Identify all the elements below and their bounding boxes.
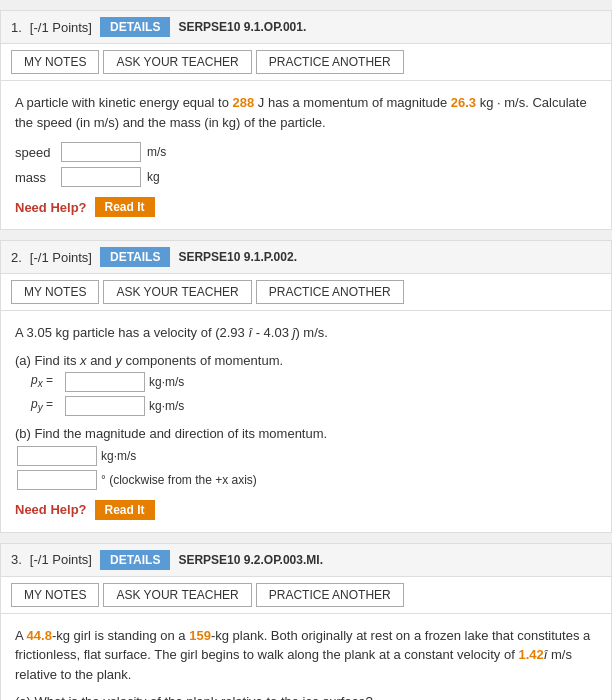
problem-2-ask-teacher-button[interactable]: ASK YOUR TEACHER bbox=[103, 280, 251, 304]
problem-1-practice-another-button[interactable]: PRACTICE ANOTHER bbox=[256, 50, 404, 74]
problem-2-part-b-label: (b) Find the magnitude and direction of … bbox=[15, 426, 597, 441]
problem-3-details-button[interactable]: DETAILS bbox=[100, 550, 170, 570]
problem-2-angle-unit: ° (clockwise from the +x axis) bbox=[101, 473, 257, 487]
problem-1-code: SERPSE10 9.1.OP.001. bbox=[178, 20, 306, 34]
problem-1-details-button[interactable]: DETAILS bbox=[100, 17, 170, 37]
problem-2-angle-input[interactable] bbox=[17, 470, 97, 490]
problem-1: 1. [-/1 Points] DETAILS SERPSE10 9.1.OP.… bbox=[0, 10, 612, 230]
problem-2-description: A 3.05 kg particle has a velocity of (2.… bbox=[15, 323, 597, 343]
problem-2-practice-another-button[interactable]: PRACTICE ANOTHER bbox=[256, 280, 404, 304]
problem-2-magnitude-input[interactable] bbox=[17, 446, 97, 466]
problem-3-description: A 44.8-kg girl is standing on a 159-kg p… bbox=[15, 626, 597, 685]
problem-3-header: 3. [-/1 Points] DETAILS SERPSE10 9.2.OP.… bbox=[1, 544, 611, 577]
problem-1-mass-unit: kg bbox=[147, 170, 160, 184]
problem-3-number: 3. bbox=[11, 552, 22, 567]
problem-3-part-a-label: (a) What is the velocity of the plank re… bbox=[15, 694, 597, 700]
problem-2-need-help-text: Need Help? bbox=[15, 502, 87, 517]
problem-1-content: A particle with kinetic energy equal to … bbox=[1, 81, 611, 229]
problem-1-description: A particle with kinetic energy equal to … bbox=[15, 93, 597, 132]
problem-2-px-unit: kg·m/s bbox=[149, 375, 184, 389]
problem-2-px-label: px = bbox=[31, 373, 61, 389]
problem-2-part-b: (b) Find the magnitude and direction of … bbox=[15, 426, 597, 490]
problem-2: 2. [-/1 Points] DETAILS SERPSE10 9.1.P.0… bbox=[0, 240, 612, 533]
problem-1-mass-input[interactable] bbox=[61, 167, 141, 187]
problem-1-read-it-button[interactable]: Read It bbox=[95, 197, 155, 217]
problem-2-magnitude-row: kg·m/s bbox=[15, 446, 597, 466]
problem-2-py-row: py = kg·m/s bbox=[15, 396, 597, 416]
problem-3: 3. [-/1 Points] DETAILS SERPSE10 9.2.OP.… bbox=[0, 543, 612, 701]
problem-2-magnitude-unit: kg·m/s bbox=[101, 449, 136, 463]
problem-1-mass-label: mass bbox=[15, 170, 55, 185]
problem-2-px-row: px = kg·m/s bbox=[15, 372, 597, 392]
problems-container: 1. [-/1 Points] DETAILS SERPSE10 9.1.OP.… bbox=[0, 0, 612, 700]
problem-3-value-2: 159 bbox=[189, 628, 211, 643]
problem-2-need-help-row: Need Help? Read It bbox=[15, 500, 597, 520]
problem-2-header: 2. [-/1 Points] DETAILS SERPSE10 9.1.P.0… bbox=[1, 241, 611, 274]
problem-1-value-2: 26.3 bbox=[451, 95, 476, 110]
problem-1-speed-label: speed bbox=[15, 145, 55, 160]
problem-1-speed-unit: m/s bbox=[147, 145, 166, 159]
problem-1-speed-row: speed m/s bbox=[15, 142, 597, 162]
problem-2-read-it-button[interactable]: Read It bbox=[95, 500, 155, 520]
problem-1-my-notes-button[interactable]: MY NOTES bbox=[11, 50, 99, 74]
problem-3-value-3: 1.42 bbox=[518, 647, 543, 662]
problem-1-ask-teacher-button[interactable]: ASK YOUR TEACHER bbox=[103, 50, 251, 74]
problem-1-need-help-text: Need Help? bbox=[15, 200, 87, 215]
problem-2-py-input[interactable] bbox=[65, 396, 145, 416]
problem-2-my-notes-button[interactable]: MY NOTES bbox=[11, 280, 99, 304]
problem-2-details-button[interactable]: DETAILS bbox=[100, 247, 170, 267]
problem-3-practice-another-button[interactable]: PRACTICE ANOTHER bbox=[256, 583, 404, 607]
problem-2-number: 2. bbox=[11, 250, 22, 265]
problem-1-need-help-row: Need Help? Read It bbox=[15, 197, 597, 217]
problem-3-code: SERPSE10 9.2.OP.003.MI. bbox=[178, 553, 323, 567]
problem-3-my-notes-button[interactable]: MY NOTES bbox=[11, 583, 99, 607]
problem-1-number: 1. bbox=[11, 20, 22, 35]
problem-3-content: A 44.8-kg girl is standing on a 159-kg p… bbox=[1, 614, 611, 701]
problem-3-value-1: 44.8 bbox=[27, 628, 52, 643]
problem-2-action-bar: MY NOTES ASK YOUR TEACHER PRACTICE ANOTH… bbox=[1, 274, 611, 311]
problem-3-action-bar: MY NOTES ASK YOUR TEACHER PRACTICE ANOTH… bbox=[1, 577, 611, 614]
problem-1-value-1: 288 bbox=[233, 95, 255, 110]
problem-1-mass-row: mass kg bbox=[15, 167, 597, 187]
problem-2-part-a-label: (a) Find its x and y components of momen… bbox=[15, 353, 597, 368]
problem-1-speed-input[interactable] bbox=[61, 142, 141, 162]
problem-1-action-bar: MY NOTES ASK YOUR TEACHER PRACTICE ANOTH… bbox=[1, 44, 611, 81]
problem-2-px-input[interactable] bbox=[65, 372, 145, 392]
problem-2-content: A 3.05 kg particle has a velocity of (2.… bbox=[1, 311, 611, 532]
problem-2-py-label: py = bbox=[31, 397, 61, 413]
problem-1-header: 1. [-/1 Points] DETAILS SERPSE10 9.1.OP.… bbox=[1, 11, 611, 44]
problem-2-points: [-/1 Points] bbox=[30, 250, 92, 265]
problem-3-ask-teacher-button[interactable]: ASK YOUR TEACHER bbox=[103, 583, 251, 607]
problem-2-code: SERPSE10 9.1.P.002. bbox=[178, 250, 297, 264]
problem-3-points: [-/1 Points] bbox=[30, 552, 92, 567]
problem-1-points: [-/1 Points] bbox=[30, 20, 92, 35]
problem-2-py-unit: kg·m/s bbox=[149, 399, 184, 413]
problem-2-angle-row: ° (clockwise from the +x axis) bbox=[15, 470, 597, 490]
